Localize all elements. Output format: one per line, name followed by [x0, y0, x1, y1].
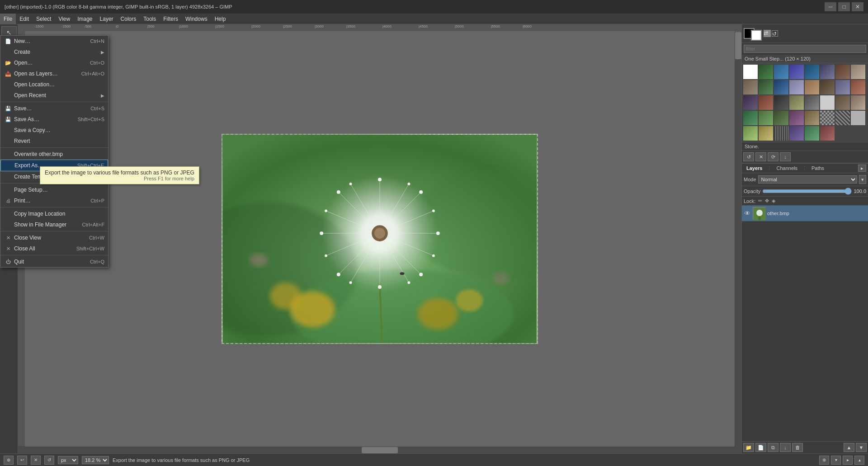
patterns-filter-input[interactable]	[744, 45, 866, 53]
close-button[interactable]: ✕	[852, 2, 863, 11]
minimize-button[interactable]: ─	[825, 2, 836, 11]
pattern-purple3[interactable]	[789, 111, 804, 125]
pattern-white[interactable]	[743, 65, 758, 79]
pattern-teal1[interactable]	[805, 65, 819, 79]
layer-visibility-icon[interactable]: 👁	[744, 210, 751, 217]
menu-item-open-recent[interactable]: Open Recent ▶	[0, 90, 108, 101]
new-layer-group-btn[interactable]: 📁	[743, 443, 754, 452]
mode-select[interactable]: Normal	[758, 175, 857, 184]
pattern-purple2[interactable]	[743, 95, 758, 110]
pattern-green2[interactable]	[759, 80, 773, 94]
menu-item-new[interactable]: 📄 New… Ctrl+N	[0, 36, 108, 47]
pattern-olive2[interactable]	[774, 111, 788, 125]
pattern-brown3[interactable]	[805, 80, 819, 94]
pattern-blue2[interactable]	[789, 65, 804, 79]
menu-tools[interactable]: Tools	[140, 14, 160, 24]
pattern-blue1[interactable]	[774, 65, 788, 79]
pattern-gray2[interactable]	[805, 95, 819, 110]
pattern-green5[interactable]	[743, 126, 758, 141]
menu-select[interactable]: Select	[33, 14, 55, 24]
merge-down-btn[interactable]: ↓	[780, 443, 791, 452]
pattern-green4[interactable]	[759, 111, 773, 125]
pattern-rust1[interactable]	[851, 80, 865, 94]
menu-edit[interactable]: Edit	[16, 14, 33, 24]
pattern-green3[interactable]	[743, 111, 758, 125]
tab-layers[interactable]: Layers	[744, 165, 765, 172]
layers-menu-btn[interactable]: ▸	[858, 165, 866, 172]
menu-colors[interactable]: Colors	[117, 14, 140, 24]
tab-channels[interactable]: Channels	[774, 165, 800, 172]
redo-button[interactable]: ↺	[44, 456, 54, 465]
undo-button[interactable]: ↩	[17, 456, 27, 465]
pattern-tan1[interactable]	[851, 65, 865, 79]
status-btn-3[interactable]: ▸	[843, 456, 853, 465]
pattern-brown4[interactable]	[835, 95, 850, 110]
swap-colors[interactable]: ⇄	[764, 30, 771, 37]
pattern-brown2[interactable]	[743, 80, 758, 94]
menu-item-save[interactable]: 💾 Save… Ctrl+S	[0, 103, 108, 114]
status-btn-4[interactable]: ▴	[854, 456, 864, 465]
opacity-slider[interactable]	[762, 188, 852, 195]
menu-image[interactable]: Image	[74, 14, 96, 24]
status-btn-2[interactable]: ▾	[831, 456, 841, 465]
canvas-image[interactable]	[25, 32, 734, 446]
menu-filters[interactable]: Filters	[160, 14, 182, 24]
pattern-blue3[interactable]	[774, 80, 788, 94]
unit-selector[interactable]: px % mm in	[58, 456, 78, 464]
menu-item-save-as[interactable]: 💾 Save As… Shift+Ctrl+S	[0, 114, 108, 125]
menu-item-save-copy[interactable]: Save a Copy…	[0, 125, 108, 136]
pattern-red1[interactable]	[820, 126, 835, 141]
menu-item-quit[interactable]: ⏻ Quit Ctrl+Q	[0, 256, 108, 267]
layer-row-other[interactable]: 👁 other.bmp	[742, 206, 868, 221]
menu-item-print[interactable]: 🖨 Print… Ctrl+P	[0, 195, 108, 206]
menu-help[interactable]: Help	[211, 14, 230, 24]
new-layer-btn[interactable]: 📄	[755, 443, 766, 452]
menu-item-open-location[interactable]: Open Location…	[0, 79, 108, 90]
reset-colors[interactable]: ↺	[772, 30, 778, 37]
lock-position-icon[interactable]: ✥	[765, 198, 769, 204]
pattern-lgray1[interactable]	[851, 111, 865, 125]
delete-layer-btn[interactable]: 🗑	[792, 443, 803, 452]
cancel-button[interactable]: ✕	[31, 456, 41, 465]
pattern-stripe2[interactable]	[774, 126, 788, 141]
menu-layer[interactable]: Layer	[96, 14, 117, 24]
pattern-refresh-btn[interactable]: ↺	[743, 152, 754, 161]
pattern-delete-btn[interactable]: ✕	[755, 152, 766, 161]
menu-item-close-all[interactable]: ✕ Close All Shift+Ctrl+W	[0, 243, 108, 254]
hscroll-thumb[interactable]	[362, 447, 398, 453]
vscroll-thumb[interactable]	[735, 32, 741, 59]
horizontal-scrollbar[interactable]	[25, 446, 734, 453]
pattern-rust2[interactable]	[759, 95, 773, 110]
menu-item-revert[interactable]: Revert	[0, 136, 108, 146]
menu-item-close-view[interactable]: ✕ Close View Ctrl+W	[0, 232, 108, 243]
pattern-export-btn[interactable]: ↓	[780, 152, 791, 161]
tab-paths[interactable]: Paths	[809, 165, 827, 172]
pattern-tan2[interactable]	[851, 95, 865, 110]
nav-button[interactable]: ⊕	[4, 456, 14, 465]
menu-item-create[interactable]: Create ▶	[0, 47, 108, 57]
duplicate-layer-btn[interactable]: ⧉	[768, 443, 778, 452]
mode-chevron[interactable]: ▾	[859, 175, 866, 184]
pattern-gold2[interactable]	[759, 126, 773, 141]
pattern-brown1[interactable]	[835, 65, 850, 79]
pattern-purple4[interactable]	[789, 126, 804, 141]
pattern-olive1[interactable]	[789, 95, 804, 110]
menu-item-page-setup[interactable]: Page Setup…	[0, 184, 108, 195]
pattern-new-btn[interactable]: ⟳	[768, 152, 778, 161]
pattern-purple1[interactable]	[820, 65, 835, 79]
pattern-checker[interactable]	[820, 111, 835, 125]
menu-item-show-file-manager[interactable]: Show in File Manager Ctrl+Alt+F	[0, 219, 108, 230]
menu-item-overwrite[interactable]: Overwrite other.bmp	[0, 149, 108, 160]
lock-alpha-icon[interactable]: ◈	[772, 198, 775, 204]
pattern-gray1[interactable]	[789, 80, 804, 94]
maximize-button[interactable]: □	[838, 2, 850, 11]
menu-item-open[interactable]: 📂 Open… Ctrl+O	[0, 57, 108, 68]
move-layer-up-btn[interactable]: ▲	[844, 443, 854, 452]
menu-item-open-layers[interactable]: 📥 Open as Layers… Ctrl+Alt+O	[0, 68, 108, 79]
pattern-teal2[interactable]	[805, 126, 819, 141]
pattern-green[interactable]	[759, 65, 773, 79]
pattern-light1[interactable]	[820, 95, 835, 110]
menu-file[interactable]: File	[0, 14, 16, 24]
menu-view[interactable]: View	[55, 14, 74, 24]
status-btn-1[interactable]: ⊕	[819, 456, 829, 465]
